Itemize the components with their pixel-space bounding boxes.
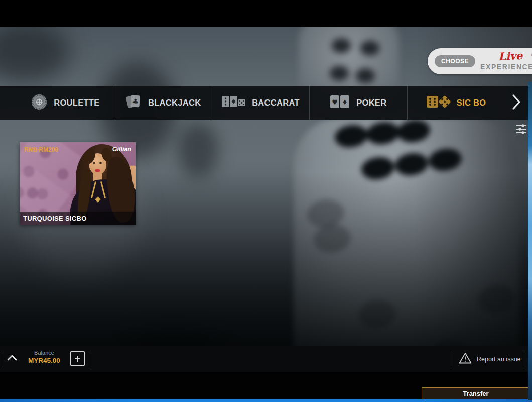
dealer-eye [99, 162, 102, 164]
transfer-button[interactable]: Transfer [422, 387, 530, 399]
balance-label: Balance [20, 350, 68, 356]
dealer-lips [95, 169, 100, 172]
cards-and-die-icon [222, 95, 246, 111]
nav-item-sicbo[interactable]: SIC BO [407, 86, 505, 120]
collapse-footer-button[interactable] [7, 354, 17, 363]
nav-item-label: BLACKJACK [148, 98, 201, 108]
game-category-nav: ROULETTE ♣ BLACKJACK [0, 86, 528, 120]
report-issue-button[interactable]: Report an issue [459, 352, 521, 366]
game-card-turquoise-sicbo[interactable]: RM8-RM200 Gillian TURQUOISE SICBO [20, 142, 136, 225]
nav-scroll-right-button[interactable] [505, 86, 528, 120]
footer-bar: Balance MYR45.00 Report an issue [0, 346, 528, 372]
nav-item-blackjack[interactable]: ♣ BLACKJACK [114, 86, 212, 120]
svg-text:♥: ♥ [332, 98, 338, 106]
dealer-name-label: Gillian [112, 146, 131, 153]
roulette-wheel-icon [31, 93, 48, 113]
plus-icon [77, 356, 78, 362]
divider [524, 350, 524, 367]
desktop-bottom-edge [0, 399, 532, 402]
chevron-right-icon [511, 93, 521, 113]
divider [89, 350, 89, 367]
svg-text:♣: ♣ [132, 97, 139, 106]
warning-triangle-icon [459, 352, 472, 366]
svg-text:♦: ♦ [342, 98, 348, 106]
nav-item-label: SIC BO [457, 98, 486, 108]
top-black-bar [0, 0, 532, 27]
balance-value: MYR45.00 [20, 357, 68, 364]
nav-item-roulette[interactable]: ROULETTE [17, 86, 114, 120]
domino-pip [25, 185, 40, 201]
bet-range-label: RM8-RM200 [24, 146, 58, 153]
brand-script-text: Live [498, 49, 523, 63]
choose-button[interactable]: CHOOSE [435, 55, 475, 67]
divider [4, 350, 4, 367]
dealer-eye [93, 162, 95, 164]
playing-cards-club-icon: ♣ [125, 94, 142, 112]
game-title-label: TURQUOISE SICBO [20, 212, 136, 225]
nav-item-label: BACCARAT [252, 98, 300, 108]
table-filter-button[interactable] [516, 124, 527, 135]
tune-icon [516, 128, 527, 136]
divider [451, 350, 451, 367]
add-funds-button[interactable] [70, 351, 85, 366]
nav-item-label: POKER [356, 98, 386, 108]
live-casino-lobby-screen: CHOOSE Live EXPERIENCE TM ROULETTE [0, 0, 532, 402]
chevron-up-icon [7, 354, 17, 362]
nav-item-poker[interactable]: ♥ ♦ POKER [309, 86, 407, 120]
nav-item-label: ROULETTE [54, 98, 99, 108]
cards-heart-diamond-icon: ♥ ♦ [330, 94, 350, 111]
dice-pair-icon [427, 94, 451, 112]
brand-caps-text: EXPERIENCE [480, 63, 532, 71]
live-experience-badge: CHOOSE Live EXPERIENCE TM [428, 48, 532, 74]
report-issue-label: Report an issue [477, 356, 521, 363]
domino-pip [55, 166, 71, 182]
nav-item-baccarat[interactable]: BACCARAT [212, 86, 310, 120]
balance-display: Balance MYR45.00 [20, 350, 68, 364]
desktop-right-edge [528, 82, 532, 400]
live-experience-logo: Live EXPERIENCE TM [480, 50, 532, 73]
